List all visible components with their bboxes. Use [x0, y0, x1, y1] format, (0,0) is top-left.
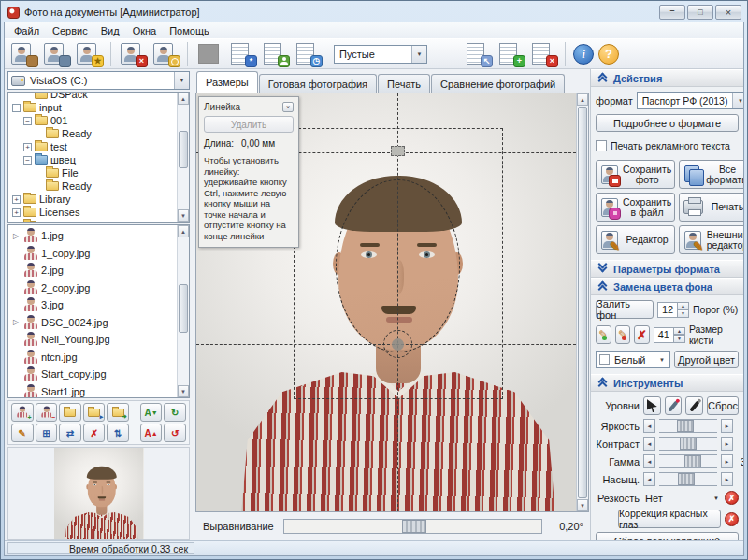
- open-person-button[interactable]: [9, 41, 37, 66]
- tab-sizes[interactable]: Размеры: [196, 71, 258, 93]
- close-icon[interactable]: [282, 102, 294, 112]
- move-button[interactable]: ⇄: [59, 424, 81, 442]
- ruler-delete-button[interactable]: Удалить: [204, 116, 294, 133]
- brush-size-spinner[interactable]: 41 ▲▼: [654, 327, 685, 343]
- slider-thumb[interactable]: [677, 420, 694, 432]
- slider-right-icon[interactable]: ►: [721, 437, 733, 451]
- section-bg-replace[interactable]: Замена цвета фона: [591, 278, 743, 295]
- scroll-up-icon[interactable]: ▲: [577, 93, 588, 106]
- slider-left-icon[interactable]: ◄: [643, 437, 655, 451]
- spin-down-icon[interactable]: ▼: [674, 335, 685, 343]
- spin-down-icon[interactable]: ▼: [678, 309, 689, 318]
- editor-button[interactable]: Редактор: [596, 225, 675, 254]
- slider-thumb[interactable]: [684, 455, 701, 467]
- tree-item[interactable]: Ready: [12, 127, 189, 140]
- alignment-slider[interactable]: [283, 519, 542, 534]
- slider-thumb[interactable]: [680, 438, 697, 450]
- gamma-slider[interactable]: [659, 454, 717, 468]
- expand-icon[interactable]: ▷: [12, 232, 20, 240]
- collapse-icon[interactable]: −: [12, 104, 21, 112]
- rename-button[interactable]: ✎: [11, 424, 34, 442]
- section-format-params[interactable]: Параметры формата: [591, 260, 743, 278]
- search-photo-button[interactable]: [151, 41, 180, 66]
- section-tools[interactable]: Инструменты: [591, 374, 743, 392]
- tree-item[interactable]: +Projects: [12, 219, 189, 223]
- export-folder-button[interactable]: ➜: [107, 403, 129, 422]
- collapse-icon[interactable]: −: [23, 117, 32, 125]
- delete-file-button[interactable]: ✗: [83, 424, 106, 442]
- file-item[interactable]: 1_copy.jpg: [10, 245, 189, 263]
- chevron-down-icon[interactable]: [654, 352, 669, 367]
- slider-left-icon[interactable]: ◄: [643, 472, 655, 486]
- print-button[interactable]: Печать: [679, 193, 743, 222]
- scroll-down-icon[interactable]: ▼: [577, 499, 588, 511]
- copy-button[interactable]: ⊞: [36, 424, 58, 442]
- slider-right-icon[interactable]: ►: [721, 454, 733, 468]
- format-dropdown[interactable]: Паспорт РФ (2013): [637, 92, 743, 109]
- order-add-button[interactable]: +: [496, 41, 525, 66]
- expand-icon[interactable]: +: [12, 195, 21, 204]
- scroll-thumb[interactable]: [179, 131, 188, 168]
- expand-icon[interactable]: +: [23, 143, 32, 151]
- scroll-thumb[interactable]: [578, 107, 587, 498]
- clear-mask-button[interactable]: ✗: [634, 325, 650, 344]
- spin-up-icon[interactable]: ▲: [678, 302, 689, 310]
- preset-dropdown[interactable]: Пустые: [334, 45, 427, 64]
- scroll-up-icon[interactable]: ▲: [178, 225, 189, 237]
- slider-left-icon[interactable]: ◄: [643, 419, 655, 433]
- levels-cursor-button[interactable]: [643, 396, 661, 415]
- head-top-handle[interactable]: [391, 146, 405, 156]
- external-editor-button[interactable]: Внешний редактор: [679, 225, 743, 254]
- alignment-slider-thumb[interactable]: [402, 520, 426, 533]
- tree-item[interactable]: DSPack: [12, 92, 189, 101]
- file-item[interactable]: 2_copy.jpg: [10, 280, 189, 297]
- expand-icon[interactable]: +: [12, 208, 21, 217]
- save-photo-button[interactable]: Сохранить фото: [596, 160, 675, 189]
- tree-item[interactable]: File: [12, 166, 189, 179]
- threshold-spinner[interactable]: 12 ▲▼: [657, 302, 689, 318]
- sort-asc-button[interactable]: A▼: [140, 403, 163, 422]
- collapse-icon[interactable]: −: [23, 156, 32, 165]
- tree-item[interactable]: +test: [12, 140, 189, 153]
- file-item[interactable]: 2.jpg: [10, 262, 189, 280]
- white-point-pipette-button[interactable]: [665, 396, 683, 415]
- settings-button[interactable]: *: [228, 41, 256, 66]
- client-list-button[interactable]: [261, 41, 289, 66]
- bg-color-dropdown[interactable]: Белый: [596, 351, 670, 368]
- reset-sharpness-button[interactable]: [725, 491, 739, 505]
- new-photo-button[interactable]: ★: [75, 41, 103, 66]
- reset-redeye-button[interactable]: [725, 512, 739, 526]
- scroll-down-icon[interactable]: ▼: [178, 385, 189, 397]
- info-button[interactable]: i: [573, 44, 594, 65]
- other-color-button[interactable]: Другой цвет: [674, 351, 739, 368]
- chevron-down-icon[interactable]: [732, 93, 743, 108]
- file-item[interactable]: 3.jpg: [10, 296, 189, 314]
- file-item[interactable]: Start_copy.jpg: [10, 366, 189, 383]
- browse-folder-button[interactable]: ▸: [83, 403, 106, 422]
- redeye-correction-button[interactable]: Коррекция красных глаз: [618, 510, 721, 528]
- refresh-button[interactable]: ↻: [164, 403, 186, 422]
- sharpness-dropdown[interactable]: Нет ▼: [643, 490, 721, 506]
- file-item[interactable]: Neil_Young.jpg: [10, 331, 189, 349]
- minimize-button[interactable]: [659, 5, 685, 20]
- contrast-slider[interactable]: [659, 437, 717, 451]
- tab-print[interactable]: Печать: [378, 74, 430, 93]
- spin-up-icon[interactable]: ▲: [674, 327, 685, 336]
- fill-background-button[interactable]: Залить фон: [596, 300, 654, 319]
- canvas-scrollbar[interactable]: ▲ ▼: [576, 93, 588, 511]
- save-to-file-button[interactable]: Сохранить в файл: [596, 193, 675, 222]
- scroll-up-icon[interactable]: ▲: [178, 93, 189, 105]
- add-item-button[interactable]: +: [11, 403, 34, 422]
- tree-item[interactable]: +Library: [12, 193, 189, 206]
- menu-service[interactable]: Сервис: [46, 24, 94, 37]
- saturation-slider[interactable]: [659, 472, 717, 486]
- reset-all-corrections-button[interactable]: Сброс всех коррекций: [596, 532, 739, 540]
- file-item[interactable]: ▷DSC_0024.jpg: [10, 314, 189, 332]
- delete-photo-button[interactable]: ×: [119, 41, 147, 66]
- slider-left-icon[interactable]: ◄: [643, 454, 655, 468]
- file-item[interactable]: ▷1.jpg: [10, 227, 189, 245]
- tree-item[interactable]: −input: [12, 101, 189, 114]
- files-scrollbar[interactable]: ▲ ▼: [177, 225, 189, 397]
- chin-handle[interactable]: [383, 330, 412, 358]
- tree-scrollbar[interactable]: ▲ ▼: [177, 93, 189, 222]
